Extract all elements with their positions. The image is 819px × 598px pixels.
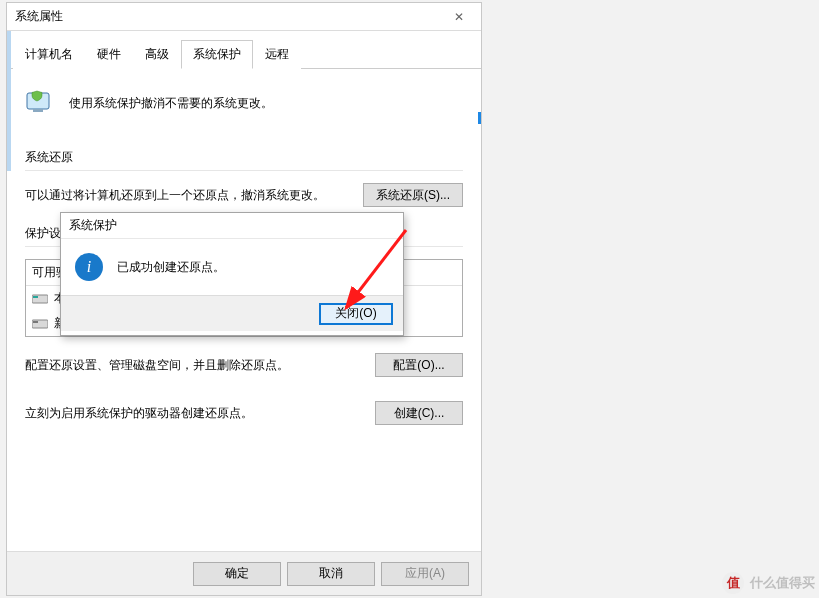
create-button[interactable]: 创建(C)... bbox=[375, 401, 463, 425]
shield-monitor-icon bbox=[25, 87, 57, 119]
tab-strip: 计算机名 硬件 高级 系统保护 远程 bbox=[7, 31, 481, 69]
dialog-title: 系统保护 bbox=[61, 213, 403, 239]
confirmation-dialog: 系统保护 i 已成功创建还原点。 关闭(O) bbox=[60, 212, 404, 336]
create-description: 立刻为启用系统保护的驱动器创建还原点。 bbox=[25, 404, 375, 422]
configure-button[interactable]: 配置(O)... bbox=[375, 353, 463, 377]
dialog-close-button[interactable]: 关闭(O) bbox=[319, 303, 393, 325]
system-restore-button[interactable]: 系统还原(S)... bbox=[363, 183, 463, 207]
watermark: 值 什么值得买 bbox=[722, 572, 815, 594]
intro-text: 使用系统保护撤消不需要的系统更改。 bbox=[69, 95, 273, 112]
svg-rect-5 bbox=[33, 321, 38, 323]
right-highlight-dot bbox=[478, 112, 481, 124]
tab-system-protection[interactable]: 系统保护 bbox=[181, 40, 253, 69]
section-title-restore: 系统还原 bbox=[25, 149, 463, 171]
svg-rect-3 bbox=[33, 296, 38, 298]
drive-icon bbox=[32, 318, 48, 330]
tab-computer-name[interactable]: 计算机名 bbox=[13, 40, 85, 69]
close-icon: ✕ bbox=[454, 10, 464, 24]
drive-icon bbox=[32, 293, 48, 305]
configure-description: 配置还原设置、管理磁盘空间，并且删除还原点。 bbox=[25, 356, 375, 374]
close-button[interactable]: ✕ bbox=[436, 3, 481, 31]
watermark-icon: 值 bbox=[722, 572, 744, 594]
tab-remote[interactable]: 远程 bbox=[253, 40, 301, 69]
restore-description: 可以通过将计算机还原到上一个还原点，撤消系统更改。 bbox=[25, 186, 363, 204]
svg-rect-1 bbox=[33, 109, 43, 112]
info-icon: i bbox=[75, 253, 103, 281]
dialog-footer: 确定 取消 应用(A) bbox=[7, 551, 481, 595]
tab-advanced[interactable]: 高级 bbox=[133, 40, 181, 69]
tab-hardware[interactable]: 硬件 bbox=[85, 40, 133, 69]
titlebar: 系统属性 ✕ bbox=[7, 3, 481, 31]
cancel-button[interactable]: 取消 bbox=[287, 562, 375, 586]
dialog-message: 已成功创建还原点。 bbox=[117, 259, 225, 276]
apply-button[interactable]: 应用(A) bbox=[381, 562, 469, 586]
intro-row: 使用系统保护撤消不需要的系统更改。 bbox=[25, 87, 463, 119]
system-restore-group: 系统还原 可以通过将计算机还原到上一个还原点，撤消系统更改。 系统还原(S)..… bbox=[25, 149, 463, 207]
window-title: 系统属性 bbox=[15, 8, 436, 25]
ok-button[interactable]: 确定 bbox=[193, 562, 281, 586]
watermark-text: 什么值得买 bbox=[750, 574, 815, 592]
left-highlight-strip bbox=[7, 31, 11, 171]
